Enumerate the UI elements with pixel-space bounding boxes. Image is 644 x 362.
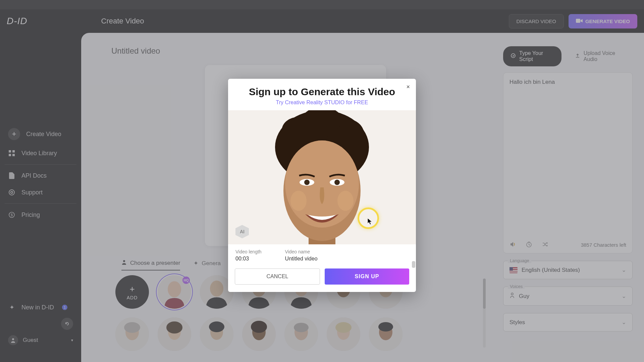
video-name-label: Video name	[285, 249, 318, 254]
signup-button[interactable]: SIGN UP	[325, 268, 409, 285]
video-length-label: Video length	[235, 249, 262, 254]
signup-modal: × Sign up to Generate this Video Try Cre…	[228, 79, 416, 292]
svg-point-62	[334, 180, 340, 185]
video-name-value: Untitled video	[285, 256, 318, 262]
close-button[interactable]: ×	[406, 83, 410, 90]
modal-title: Sign up to Generate this Video	[228, 79, 416, 100]
modal-preview-image: AI	[228, 110, 416, 244]
svg-point-58	[285, 140, 359, 228]
cancel-button[interactable]: CANCEL	[235, 268, 320, 285]
modal-scrollbar[interactable]	[412, 102, 415, 269]
modal-subtitle: Try Creative Reality STUDIO for FREE	[228, 100, 416, 110]
svg-point-64	[337, 191, 354, 211]
video-length-value: 00:03	[235, 256, 262, 262]
svg-point-61	[304, 180, 310, 185]
modal-overlay: × Sign up to Generate this Video Try Cre…	[0, 0, 644, 362]
svg-point-63	[290, 191, 307, 211]
